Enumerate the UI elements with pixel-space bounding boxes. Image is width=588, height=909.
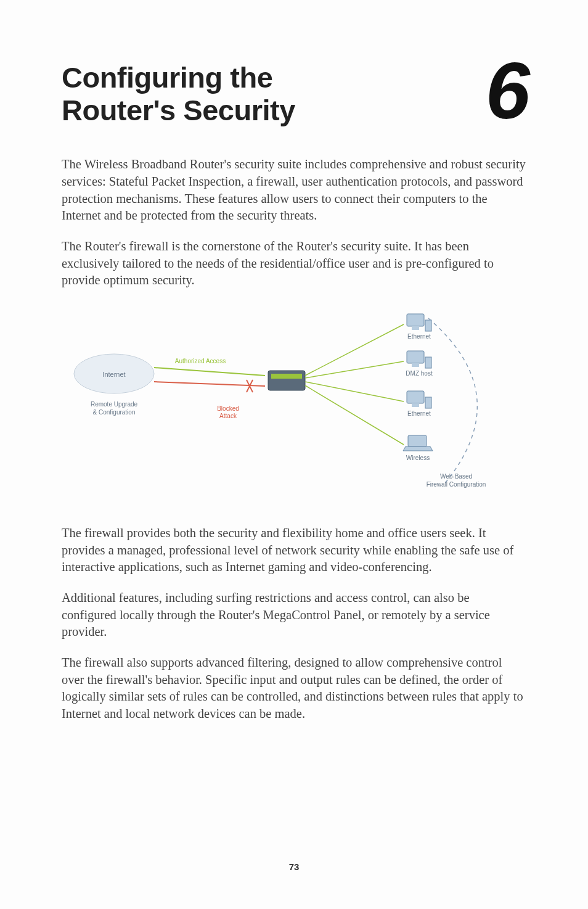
line-eth2 — [305, 382, 404, 401]
chapter-title-line1: Configuring the — [62, 61, 272, 94]
ethernet2-stand — [412, 403, 419, 407]
dmz-tower — [425, 357, 431, 368]
router-icon — [268, 371, 305, 390]
wireless-screen — [408, 435, 427, 446]
paragraph-5: The firewall also supports advanced filt… — [62, 654, 526, 723]
paragraph-4: Additional features, including surfing r… — [62, 590, 526, 641]
dmz-stand — [412, 363, 419, 367]
authorized-label: Authorized Access — [175, 358, 226, 364]
chapter-title-line2: Router's Security — [62, 94, 295, 126]
firewall-diagram: Internet Remote Upgrade & Configuration … — [62, 303, 526, 506]
chapter-number: 6 — [486, 57, 526, 125]
chapter-header: Configuring the Router's Security 6 — [62, 62, 526, 126]
line-wireless — [305, 385, 404, 445]
internet-label: Internet — [102, 371, 125, 378]
paragraph-2: The Router's firewall is the cornerstone… — [62, 238, 526, 289]
ethernet1-label: Ethernet — [407, 333, 431, 340]
wireless-base — [403, 446, 433, 451]
ethernet1-tower — [425, 320, 431, 331]
dmz-label: DMZ host — [406, 370, 433, 377]
router-led — [271, 374, 302, 379]
chapter-title: Configuring the Router's Security — [62, 62, 295, 126]
remote-label-1: Remote Upgrade — [91, 401, 138, 408]
ethernet2-tower — [425, 397, 431, 408]
ethernet2-label: Ethernet — [407, 410, 431, 417]
ethernet2-monitor — [407, 391, 424, 403]
dmz-monitor — [407, 351, 424, 363]
paragraph-1: The Wireless Broadband Router's security… — [62, 156, 526, 224]
page-number: 73 — [0, 862, 588, 872]
ethernet1-monitor — [407, 314, 424, 326]
arc-dashed — [428, 318, 477, 485]
remote-label-2: & Configuration — [93, 409, 136, 416]
webbased-label-2: Firewall Configuration — [427, 481, 486, 488]
webbased-label-1: Web-Based — [440, 473, 472, 480]
line-dmz — [305, 361, 404, 378]
wireless-label: Wireless — [406, 454, 430, 461]
authorized-line — [154, 368, 265, 376]
blocked-label-1: Blocked — [217, 405, 239, 412]
paragraph-3: The firewall provides both the security … — [62, 525, 526, 576]
blocked-label-2: Attack — [219, 413, 237, 419]
line-eth1 — [305, 324, 404, 376]
ethernet1-stand — [412, 326, 419, 330]
